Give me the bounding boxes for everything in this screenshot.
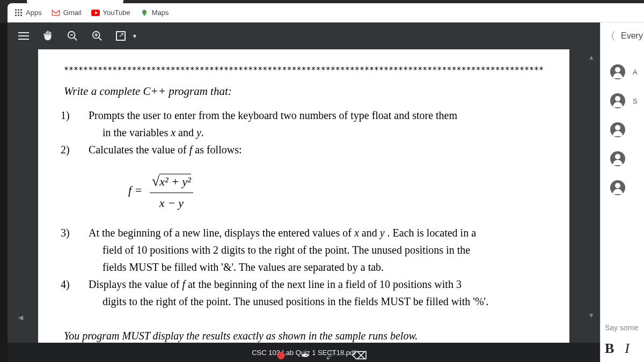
- bookmark-label: Maps: [152, 9, 169, 17]
- bookmark-label: Apps: [26, 9, 42, 17]
- hand-icon: [42, 30, 54, 42]
- record-icon[interactable]: [277, 352, 285, 359]
- pan-tool-button[interactable]: [42, 30, 54, 42]
- window-left-edge: [0, 23, 8, 362]
- svg-line-2: [74, 38, 77, 41]
- zoom-in-icon: [91, 30, 103, 42]
- scroll-up-indicator[interactable]: ▲: [588, 54, 596, 61]
- list-item: 3)At the beginning of a new line, displa…: [75, 225, 544, 241]
- eraser-tool-icon[interactable]: ⌫: [352, 349, 367, 362]
- hamburger-icon: [18, 32, 29, 40]
- bookmark-maps[interactable]: Maps: [140, 9, 169, 17]
- avatar-icon: [610, 64, 625, 79]
- pdf-page: ****************************************…: [38, 49, 569, 343]
- bottom-tools-bar: ✒ ☄ ⌫: [277, 349, 367, 362]
- youtube-icon: [91, 9, 100, 17]
- participant-item[interactable]: S: [610, 93, 644, 108]
- italic-button[interactable]: I: [625, 341, 630, 357]
- zoom-out-button[interactable]: [67, 30, 78, 42]
- scroll-down-indicator[interactable]: ▼: [588, 312, 596, 319]
- list-item: 4)Displays the value of f at the beginni…: [75, 276, 544, 292]
- formula: f = √x² + y² x − y: [128, 171, 544, 212]
- list-item: 2)Calculates the value of f as follows:: [75, 142, 544, 158]
- doc-footer-note: You program MUST display the results exa…: [64, 328, 544, 343]
- highlighter-tool-icon[interactable]: ☄: [326, 349, 336, 362]
- browser-tab-fragment: [27, 0, 123, 5]
- doc-title: Write a complete C++ program that:: [64, 83, 544, 100]
- avatar-icon: [610, 180, 625, 195]
- bookmark-apps[interactable]: Apps: [14, 9, 42, 17]
- chat-header-label: Every: [621, 31, 643, 41]
- fit-page-button[interactable]: [116, 31, 126, 41]
- chat-input-placeholder[interactable]: Say some: [605, 323, 640, 332]
- bookmarks-bar: Apps Gmail YouTube Maps: [8, 3, 644, 23]
- zoom-out-icon: [67, 30, 78, 42]
- svg-point-0: [143, 11, 145, 12]
- chevron-left-icon: 〈: [605, 29, 616, 43]
- pen-tool-icon[interactable]: ✒: [301, 349, 310, 362]
- scroll-left-indicator[interactable]: ◀: [18, 314, 23, 321]
- participant-item[interactable]: A: [610, 64, 644, 79]
- fit-page-icon: [116, 31, 126, 41]
- participant-item[interactable]: [610, 122, 644, 137]
- participant-item[interactable]: [610, 180, 644, 195]
- avatar-icon: [610, 122, 625, 137]
- maps-icon: [140, 9, 149, 17]
- list-item: 1)Prompts the user to enter from the key…: [75, 107, 544, 123]
- stars-divider: ****************************************…: [64, 64, 544, 77]
- avatar-icon: [610, 93, 625, 108]
- gmail-icon: [52, 9, 60, 17]
- zoom-in-button[interactable]: [91, 30, 103, 42]
- bookmark-label: Gmail: [63, 9, 82, 17]
- participant-list: A S: [601, 49, 644, 318]
- chat-header[interactable]: 〈 Every: [601, 23, 644, 49]
- apps-icon: [14, 9, 23, 17]
- chat-panel: 〈 Every A S Say some B: [600, 23, 644, 362]
- bold-button[interactable]: B: [605, 341, 614, 357]
- chat-footer: Say some B I: [601, 318, 644, 362]
- bookmark-youtube[interactable]: YouTube: [91, 9, 130, 17]
- bookmark-gmail[interactable]: Gmail: [52, 9, 82, 17]
- pdf-viewer: ▼ ▲ ▼ ◀ ▶ ******************************…: [8, 23, 600, 362]
- format-buttons: B I: [605, 341, 640, 357]
- avatar-icon: [610, 151, 625, 166]
- pdf-toolbar: ▼: [8, 23, 600, 49]
- bookmark-label: YouTube: [103, 9, 130, 17]
- svg-line-5: [99, 38, 102, 41]
- participant-item[interactable]: [610, 151, 644, 166]
- menu-button[interactable]: [18, 32, 29, 40]
- toolbar-more-dropdown[interactable]: ▼: [132, 33, 137, 39]
